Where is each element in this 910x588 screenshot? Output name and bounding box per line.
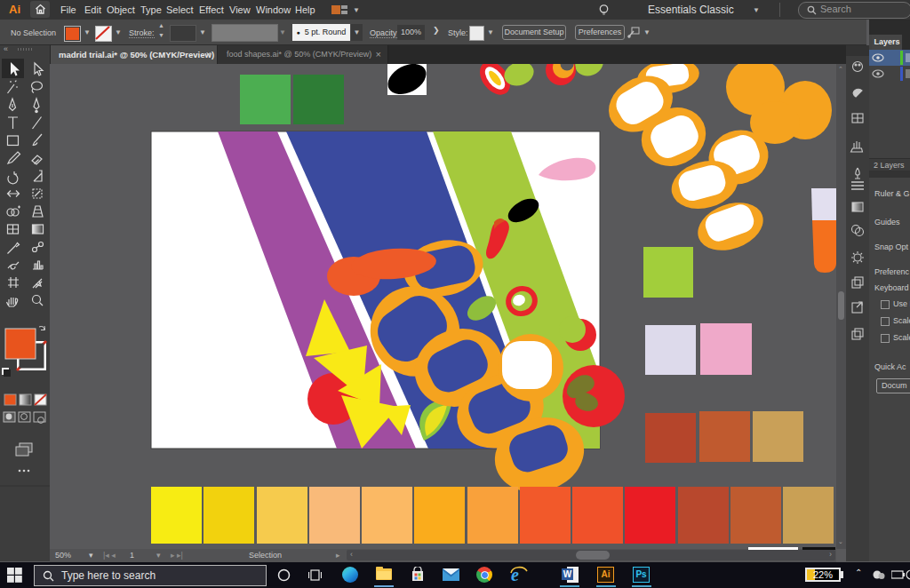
- svg-text:e: e: [511, 565, 519, 584]
